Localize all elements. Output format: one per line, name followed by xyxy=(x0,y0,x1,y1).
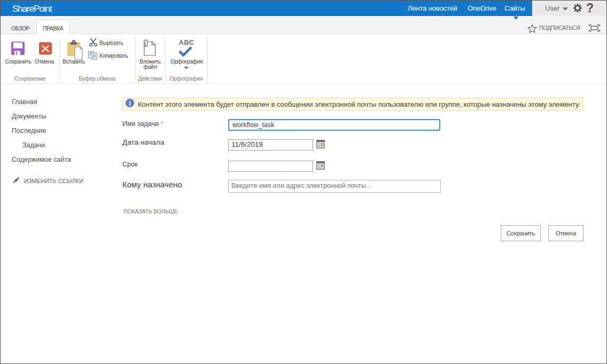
svg-text:i: i xyxy=(129,99,131,107)
